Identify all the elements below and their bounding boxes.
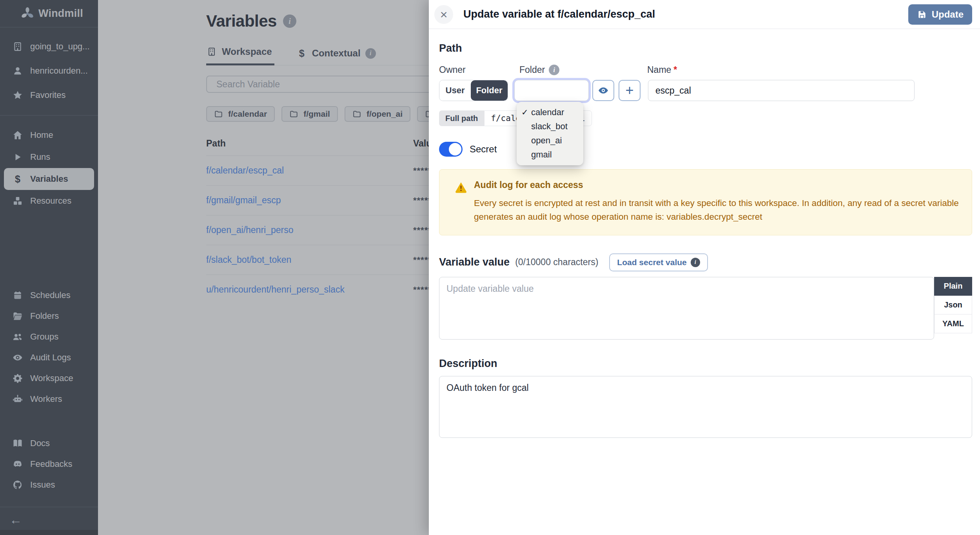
drawer-body: Path Owner Folder i Name * User Folder bbox=[429, 29, 980, 535]
close-icon[interactable]: × bbox=[434, 5, 453, 24]
warning-title: Audit log for each access bbox=[474, 180, 960, 190]
full-path-label: Full path bbox=[439, 110, 484, 126]
option-label: calendar bbox=[531, 107, 564, 117]
folder-select[interactable] bbox=[514, 80, 589, 101]
option-label: gmail bbox=[531, 150, 552, 160]
char-count: (0/10000 characters) bbox=[515, 257, 598, 268]
info-icon: i bbox=[691, 258, 700, 267]
owner-kind-toggle: User Folder bbox=[439, 80, 508, 101]
variable-name-input[interactable] bbox=[648, 80, 915, 101]
format-tabs: Plain Json YAML bbox=[934, 277, 972, 333]
variable-value-editor: Plain Json YAML bbox=[439, 277, 972, 340]
eye-icon bbox=[597, 85, 609, 96]
update-button-label: Update bbox=[932, 9, 964, 20]
info-icon: i bbox=[549, 65, 559, 75]
drawer-title: Update variable at f/calendar/escp_cal bbox=[463, 8, 655, 20]
path-controls: User Folder + bbox=[439, 80, 972, 101]
format-tab-json[interactable]: Json bbox=[934, 296, 972, 314]
toggle-knob bbox=[449, 143, 461, 155]
update-button[interactable]: Update bbox=[908, 4, 972, 25]
folder-label: Folder bbox=[519, 65, 545, 75]
folder-option-open-ai[interactable]: open_ai bbox=[517, 134, 583, 148]
folder-option-gmail[interactable]: gmail bbox=[517, 148, 583, 162]
format-tab-yaml[interactable]: YAML bbox=[934, 314, 972, 333]
view-folder-button[interactable] bbox=[592, 80, 614, 101]
folder-option-slack-bot[interactable]: slack_bot bbox=[517, 119, 583, 134]
save-icon bbox=[917, 9, 927, 20]
warning-body: Every secret is encrypted at rest and in… bbox=[474, 197, 960, 224]
owner-label: Owner bbox=[439, 65, 519, 75]
description-textarea[interactable]: OAuth token for gcal bbox=[439, 376, 972, 438]
option-label: open_ai bbox=[531, 136, 562, 146]
warning-icon bbox=[454, 181, 468, 224]
windmill-app: Windmill going_to_upg... bbox=[0, 0, 980, 535]
add-folder-button[interactable]: + bbox=[619, 80, 641, 101]
owner-folder-button[interactable]: Folder bbox=[471, 80, 508, 101]
variable-value-heading: Variable value bbox=[439, 256, 510, 268]
variable-value-textarea[interactable] bbox=[439, 277, 934, 340]
name-label: Name bbox=[647, 65, 671, 75]
secret-label: Secret bbox=[470, 144, 497, 155]
owner-user-button[interactable]: User bbox=[439, 80, 471, 101]
format-tab-plain[interactable]: Plain bbox=[934, 277, 972, 296]
folder-dropdown-menu: ✓ calendar slack_bot open_ai gmail bbox=[517, 102, 583, 165]
drawer-header: × Update variable at f/calendar/escp_cal… bbox=[429, 0, 980, 29]
update-variable-drawer: × Update variable at f/calendar/escp_cal… bbox=[429, 0, 980, 535]
check-icon: ✓ bbox=[521, 108, 531, 117]
path-section-heading: Path bbox=[439, 42, 972, 54]
description-heading: Description bbox=[439, 358, 972, 370]
secret-toggle[interactable] bbox=[439, 142, 463, 157]
required-mark: * bbox=[673, 65, 677, 75]
path-field-labels: Owner Folder i Name * bbox=[439, 65, 972, 75]
load-secret-value-button[interactable]: Load secret value i bbox=[609, 253, 708, 271]
load-secret-label: Load secret value bbox=[617, 258, 686, 267]
variable-value-header: Variable value (0/10000 characters) Load… bbox=[439, 253, 972, 271]
folder-option-calendar[interactable]: ✓ calendar bbox=[517, 105, 583, 119]
option-label: slack_bot bbox=[531, 121, 568, 132]
audit-warning-banner: Audit log for each access Every secret i… bbox=[439, 169, 972, 235]
